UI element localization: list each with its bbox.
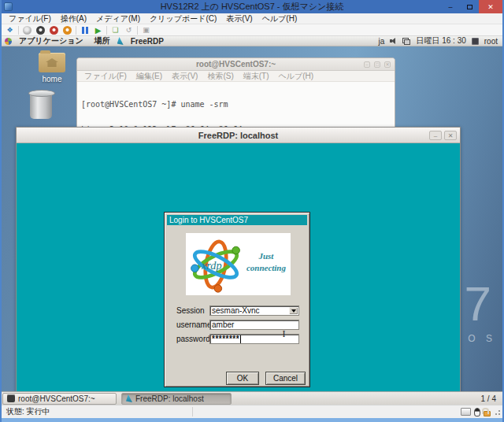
statusbar-icons <box>461 408 502 416</box>
desktop: 7 N T O S home root@HVSCentOS7:~ – □ ✕ <box>2 46 502 391</box>
user-menu[interactable]: root <box>484 37 498 46</box>
terminal-task-icon <box>7 394 15 402</box>
window-controls: – ✕ <box>441 0 502 13</box>
statusbar: 状態: 実行中 <box>2 405 502 418</box>
shut-down-dot <box>50 26 58 35</box>
reset-icon[interactable]: ▶ <box>93 25 103 35</box>
checkpoint-icon[interactable]: ❏ <box>110 25 120 35</box>
network-icon[interactable] <box>402 38 410 45</box>
menu-media[interactable]: メディア(M) <box>91 13 145 24</box>
password-row: password <box>176 335 209 343</box>
guest-os-icon <box>474 408 480 416</box>
applications-menu[interactable]: アプリケーション <box>15 36 87 46</box>
clock[interactable]: 日曜日 16 : 30 <box>416 36 465 46</box>
centos-menu-icon <box>5 38 12 45</box>
freerdp-task-label: FreeRDP: localhost <box>135 394 204 403</box>
ibeam-cursor: I <box>281 329 287 339</box>
vm-status-text: 状態: 実行中 <box>2 406 50 417</box>
xrdp-logo-word: xrdp <box>201 258 222 271</box>
username-row: username <box>176 320 209 329</box>
volume-icon[interactable] <box>390 38 397 44</box>
terminal-menu-edit[interactable]: 編集(E) <box>132 71 166 82</box>
input-method-indicator[interactable]: ja <box>379 37 385 46</box>
turn-off-icon[interactable] <box>35 25 46 35</box>
tagline-line2: connecting <box>246 262 286 274</box>
ctrl-alt-del-icon[interactable]: ❖ <box>5 25 15 35</box>
ok-button[interactable]: OK <box>226 372 259 385</box>
freerdp-window-menu[interactable]: FreeRDP <box>127 37 168 46</box>
menu-file[interactable]: ファイル(F) <box>4 13 56 24</box>
terminal-menu-help[interactable]: ヘルプ(H) <box>275 71 318 82</box>
menu-view[interactable]: 表示(V) <box>221 13 257 24</box>
terminal-titlebar[interactable]: root@HVSCentOS7:~ – □ ✕ <box>77 58 395 71</box>
xrdp-atom-icon: xrdp <box>186 235 246 294</box>
text-caret <box>240 335 241 343</box>
taskbar-item-freerdp[interactable]: FreeRDP: localhost <box>121 393 232 405</box>
taskbar-item-terminal[interactable]: root@HVSCentOS7:~ <box>2 393 117 405</box>
places-menu[interactable]: 場所 <box>91 36 114 46</box>
login-dialog-titlebar[interactable]: Login to HVSCentOS7 <box>167 215 307 225</box>
menu-help[interactable]: ヘルプ(H) <box>258 13 302 24</box>
unlocked-icon <box>484 411 491 416</box>
panel-left: アプリケーション 場所 FreeRDP <box>2 36 168 46</box>
close-button[interactable]: ✕ <box>479 0 502 13</box>
xrdp-logo-box: xrdp Just connecting <box>186 233 291 295</box>
session-row: Session <box>176 306 209 315</box>
gnome-top-panel: アプリケーション 場所 FreeRDP ja 日曜日 16 : 30 root <box>2 36 502 46</box>
terminal-menu-file[interactable]: ファイル(F) <box>80 71 131 82</box>
revert-icon[interactable]: ↺ <box>124 25 134 35</box>
start-icon[interactable] <box>22 25 32 35</box>
freerdp-task-icon <box>126 394 132 402</box>
vm-screen: アプリケーション 場所 FreeRDP ja 日曜日 16 : 30 root … <box>2 36 502 405</box>
freerdp-window: FreeRDP: localhost – ✕ Login to HVSCentO… <box>16 127 461 402</box>
desktop-icon-home[interactable]: home <box>27 53 77 83</box>
menu-clipboard[interactable]: クリップボード(C) <box>145 13 221 24</box>
minimize-button[interactable]: – <box>441 1 460 13</box>
user-icon <box>472 38 479 45</box>
resize-grip[interactable] <box>494 409 500 415</box>
freerdp-title: FreeRDP: localhost <box>198 131 278 140</box>
cancel-button[interactable]: Cancel <box>265 372 306 385</box>
toolbar-separator <box>18 26 19 35</box>
maximize-button[interactable] <box>460 1 479 13</box>
freerdp-close-button[interactable]: ✕ <box>444 131 457 140</box>
freerdp-minimize-button[interactable]: – <box>429 131 442 140</box>
desktop-icon-trash[interactable] <box>30 92 52 119</box>
password-label: password <box>176 335 209 343</box>
username-label: username <box>176 320 209 329</box>
terminal-line: [root@HVSCentOS7 ~]# uname -srm <box>81 101 391 109</box>
terminal-close-button[interactable]: ✕ <box>384 61 391 68</box>
session-select[interactable]: sesman-Xvnc <box>209 305 299 316</box>
menubar: ファイル(F) 操作(A) メディア(M) クリップボード(C) 表示(V) ヘ… <box>2 13 502 24</box>
save-icon[interactable] <box>62 25 72 35</box>
pause-bars <box>82 27 88 34</box>
password-masked-value: ******** <box>212 335 239 343</box>
menu-action[interactable]: 操作(A) <box>56 13 91 24</box>
vmconnect-window: HVS12R2 上の HVSCentOS7 - 仮想マシン接続 – ✕ ファイル… <box>0 0 504 422</box>
terminal-maximize-button[interactable]: □ <box>374 61 380 68</box>
window-frame-bottom <box>2 418 502 422</box>
toolbar-separator <box>106 26 107 35</box>
maximize-icon <box>467 5 472 9</box>
workspace-switcher[interactable]: 1 / 4 <box>481 394 502 403</box>
start-dot <box>23 26 32 35</box>
terminal-task-label: root@HVSCentOS7:~ <box>18 394 95 403</box>
terminal-menu-terminal[interactable]: 端末(T) <box>239 71 273 82</box>
enhanced-session-icon[interactable]: ▣ <box>141 25 151 35</box>
display-status-icon <box>461 408 471 416</box>
dropdown-arrow-icon[interactable] <box>289 307 298 314</box>
username-value: amber <box>212 320 234 329</box>
wallpaper-numeral: 7 <box>465 279 491 328</box>
xrdp-login-dialog: Login to HVSCentOS7 xrdp Just <box>164 212 310 387</box>
window-title: HVS12R2 上の HVSCentOS7 - 仮想マシン接続 <box>2 1 502 13</box>
terminal-menu-search[interactable]: 検索(S) <box>203 71 237 82</box>
terminal-menu-view[interactable]: 表示(V) <box>168 71 202 82</box>
turn-off-dot <box>36 26 45 35</box>
terminal-minimize-button[interactable]: – <box>364 61 370 68</box>
shut-down-icon[interactable] <box>49 25 59 35</box>
toolbar-separator <box>76 26 76 35</box>
toolbar: ❖ ▶ ❏ ↺ ▣ <box>2 24 502 36</box>
freerdp-titlebar[interactable]: FreeRDP: localhost – ✕ <box>17 128 460 143</box>
freerdp-window-icon <box>117 37 124 45</box>
pause-icon[interactable] <box>80 25 90 35</box>
